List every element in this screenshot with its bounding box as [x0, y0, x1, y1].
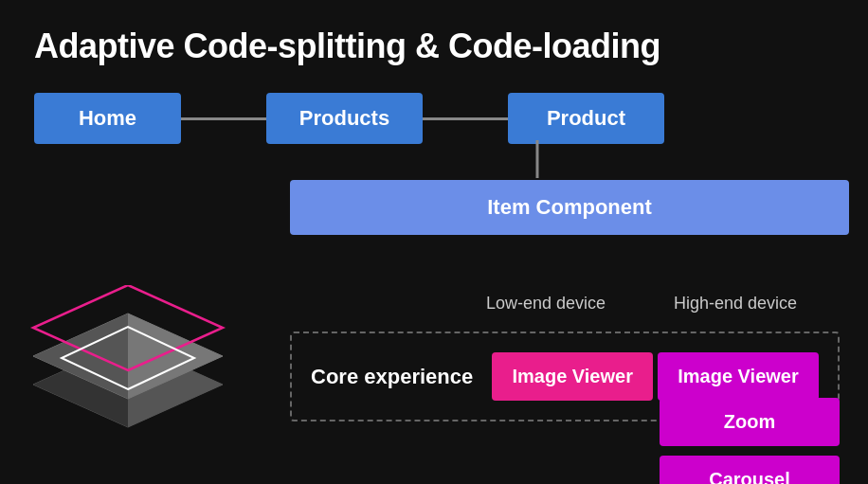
stack-icon: [19, 285, 237, 456]
node-home: Home: [34, 93, 181, 144]
node-zoom: Zoom: [660, 398, 840, 446]
label-low-end: Low-end device: [451, 294, 641, 314]
connector-products-product: [423, 117, 508, 120]
label-high-end: High-end device: [641, 294, 830, 314]
page-title: Adaptive Code-splitting & Code-loading: [0, 0, 868, 85]
core-experience-label: Core experience: [311, 365, 473, 389]
stack-svg: [19, 285, 237, 456]
labels-row: Low-end device High-end device: [290, 294, 849, 314]
top-row: Home Products Product: [34, 93, 849, 144]
connector-home-products: [181, 117, 266, 120]
item-component-wrapper: Item Component: [290, 180, 849, 235]
node-carousel: Carousel: [660, 456, 840, 484]
image-viewer-low-end: Image Viewer: [492, 352, 653, 401]
vertical-connector-product-item: [536, 140, 539, 178]
image-viewer-high-end: Image Viewer: [658, 352, 819, 401]
node-product: Product: [508, 93, 664, 144]
node-item-component: Item Component: [290, 180, 849, 235]
right-extras: Zoom Carousel: [660, 398, 840, 484]
node-products: Products: [266, 93, 423, 144]
